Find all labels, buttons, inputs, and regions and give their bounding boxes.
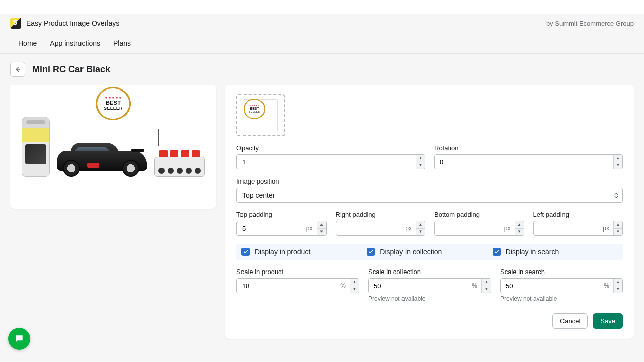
right-padding-stepper[interactable]: ▲▼ (416, 221, 425, 235)
rotation-stepper[interactable]: ▲▼ (613, 155, 622, 169)
nav-plans[interactable]: Plans (113, 39, 131, 47)
app-icon (10, 18, 21, 29)
top-padding-input[interactable] (237, 221, 302, 235)
product-preview-card: BEST SELLER (10, 85, 216, 209)
product-remote (154, 138, 205, 177)
chat-fab[interactable] (8, 328, 30, 349)
opacity-stepper[interactable]: ▲▼ (416, 155, 425, 169)
scale-collection-input[interactable] (369, 279, 468, 293)
left-padding-stepper[interactable]: ▲▼ (613, 221, 622, 235)
scale-collection-note: Preview not available (368, 295, 491, 302)
settings-card: BEST SELLER Opacity ▲▼ Rotation ▲▼ (225, 85, 634, 339)
opacity-label: Opacity (236, 144, 425, 152)
app-bar: Easy Product Image Overlays by Summit Ec… (0, 14, 644, 33)
page-header: Mini RC Car Black (0, 54, 644, 82)
display-product-label: Display in product (255, 248, 310, 256)
save-button[interactable]: Save (593, 313, 623, 329)
nav-bar: Home App instructions Plans (0, 33, 644, 54)
cancel-button[interactable]: Cancel (552, 313, 588, 329)
right-padding-unit: px (401, 221, 416, 235)
back-button[interactable] (10, 62, 25, 77)
app-title: Easy Product Image Overlays (26, 19, 119, 27)
scale-product-unit: % (336, 279, 350, 293)
scale-search-unit: % (600, 279, 613, 293)
display-collection-checkbox[interactable] (367, 248, 375, 256)
footer-actions: Cancel Save (236, 313, 623, 329)
scale-search-stepper[interactable]: ▲▼ (613, 279, 622, 293)
app-vendor: by Summit Ecommerce Group (546, 20, 634, 27)
right-padding-label: Right padding (336, 211, 426, 218)
select-caret-icon (614, 193, 618, 198)
scale-product-stepper[interactable]: ▲▼ (350, 279, 359, 293)
scale-collection-label: Scale in collection (368, 268, 491, 276)
opacity-input[interactable] (237, 155, 416, 169)
right-padding-input[interactable] (336, 221, 401, 235)
nav-instructions[interactable]: App instructions (50, 39, 100, 47)
display-search-label: Display in search (506, 248, 559, 256)
arrow-left-icon (14, 66, 21, 73)
bottom-padding-unit: px (500, 221, 515, 235)
scale-search-note: Preview not available (500, 295, 623, 302)
page-title: Mini RC Car Black (32, 64, 110, 75)
bottom-padding-input[interactable] (435, 221, 500, 235)
chat-icon (14, 334, 24, 344)
overlay-dropzone[interactable]: BEST SELLER (236, 94, 285, 136)
overlay-thumb: BEST SELLER (244, 99, 278, 131)
badge-line1: BEST (106, 100, 121, 106)
rotation-label: Rotation (434, 144, 623, 152)
display-options-row: Display in product Display in collection… (236, 244, 623, 260)
scale-product-label: Scale in product (236, 268, 359, 276)
overlay-badge-preview: BEST SELLER (94, 87, 132, 120)
display-product-checkbox[interactable] (242, 248, 250, 256)
display-collection-label: Display in collection (380, 248, 442, 256)
product-car (57, 138, 147, 177)
top-blank-bar (0, 0, 644, 14)
scale-collection-unit: % (468, 279, 481, 293)
left-padding-label: Left padding (533, 211, 623, 218)
badge-line2: SELLER (104, 106, 123, 111)
product-can (22, 117, 50, 177)
top-padding-stepper[interactable]: ▲▼ (317, 221, 326, 235)
left-padding-unit: px (599, 221, 613, 235)
rotation-input[interactable] (435, 155, 613, 169)
scale-search-label: Scale in search (500, 268, 623, 276)
top-padding-label: Top padding (236, 211, 327, 218)
nav-home[interactable]: Home (18, 39, 37, 47)
product-image (15, 117, 211, 177)
scale-collection-stepper[interactable]: ▲▼ (481, 279, 491, 293)
scale-search-input[interactable] (501, 279, 600, 293)
image-position-label: Image position (236, 177, 623, 185)
left-padding-input[interactable] (534, 221, 599, 235)
display-search-checkbox[interactable] (493, 248, 501, 256)
bottom-padding-label: Bottom padding (434, 211, 524, 218)
image-position-select[interactable]: Top center (236, 188, 623, 203)
image-position-value: Top center (242, 191, 275, 199)
top-padding-unit: px (302, 221, 317, 235)
scale-product-input[interactable] (237, 279, 336, 293)
bottom-padding-stepper[interactable]: ▲▼ (515, 221, 524, 235)
